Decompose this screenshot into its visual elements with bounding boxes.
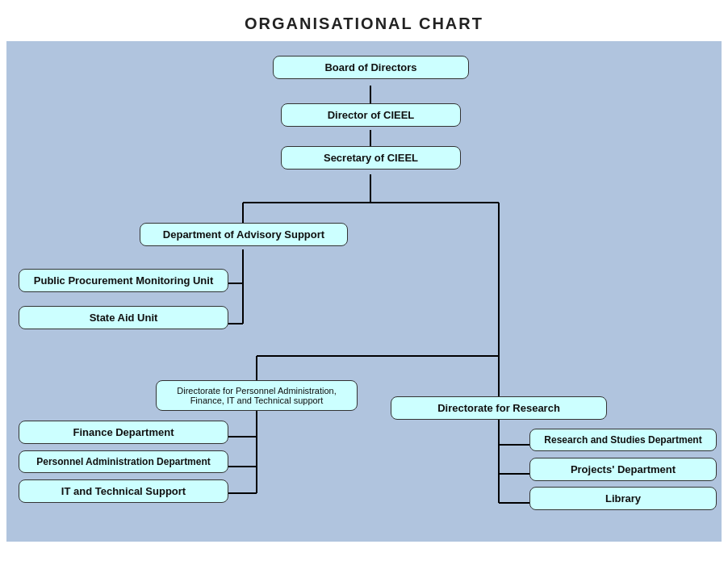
finance-node: Finance Department	[19, 421, 228, 444]
personnel-node: Personnel Administration Department	[19, 450, 228, 473]
state-aid-node: State Aid Unit	[19, 306, 228, 329]
secretary-node: Secretary of CIEEL	[281, 146, 461, 170]
advisory-node: Department of Advisory Support	[140, 223, 348, 246]
director-node: Director of CIEEL	[281, 103, 461, 127]
projects-node: Projects' Department	[529, 458, 717, 481]
board-of-directors: Board of Directors	[273, 56, 469, 79]
page-title: ORGANISATIONAL CHART	[0, 0, 728, 41]
dir-personnel-node: Directorate for Personnel Administration…	[156, 380, 358, 411]
chart-background: Board of Directors Director of CIEEL Sec…	[6, 41, 722, 542]
dir-research-node: Directorate for Research	[391, 396, 607, 420]
library-node: Library	[529, 487, 717, 510]
it-node: IT and Technical Support	[19, 479, 228, 503]
procurement-node: Public Procurement Monitoring Unit	[19, 269, 228, 292]
research-node: Research and Studies Department	[529, 429, 717, 451]
